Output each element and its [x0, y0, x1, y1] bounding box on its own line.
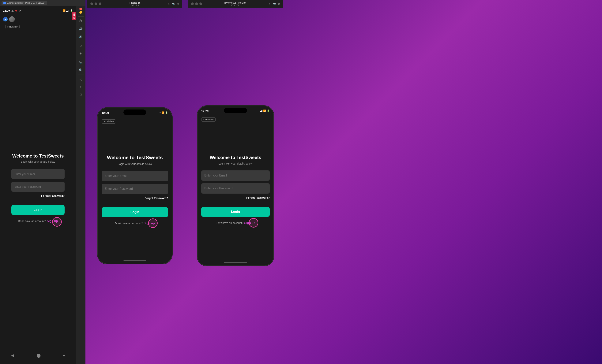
promax-traffic-light-3: [199, 2, 202, 5]
iphone15-status-bar: 12:29 ••• 📶 🔋: [98, 108, 172, 117]
iphone15-header-icons: ⌂ 📷 ⧉: [168, 2, 179, 6]
traffic-light-1: [90, 2, 93, 5]
promax-signal-icon: [260, 110, 262, 112]
toolbar-divider-5: [78, 99, 84, 99]
android-tab-title: Android Emulator - Pixel_5_API_31:5554: [7, 2, 45, 4]
iphone15promax-time: 12:29: [201, 109, 208, 113]
promax-copy-header-icon[interactable]: ⧉: [278, 2, 280, 6]
camera-header-icon[interactable]: 📷: [172, 2, 175, 6]
android-status-icon-row: ●: [0, 15, 76, 23]
iphone15-app-subtitle: Login with your details below: [118, 162, 152, 166]
copy-header-icon[interactable]: ⧉: [177, 2, 179, 6]
home-header-icon[interactable]: ⌂: [168, 2, 170, 6]
android-email-input[interactable]: [11, 169, 64, 179]
android-login-button[interactable]: Login: [11, 205, 64, 215]
promax-battery-icon: 🔋: [267, 110, 270, 112]
android-initial-view-badge: initialView: [5, 25, 20, 29]
android-circle-icon: ●: [3, 17, 8, 21]
android-settings-icon: ⚙: [19, 9, 21, 12]
iphone15promax-app-content: Welcome to TestSweets Login with your de…: [201, 127, 270, 256]
android-password-input[interactable]: [11, 182, 64, 192]
volume-down-icon[interactable]: 🔉: [78, 33, 84, 39]
iphone15-model: iPhone 15: [129, 1, 140, 4]
iphone15promax-model: iPhone 15 Pro Max: [224, 1, 246, 4]
android-side-toolbar: ⏻ 🔊 🔉 ◇ ◈ 📷 🔍 ◁ ○ □ ···: [76, 6, 86, 364]
volume-up-icon[interactable]: 🔊: [78, 26, 84, 32]
promax-wifi-icon: 📶: [263, 110, 266, 112]
iphone15-screen: initialView Welcome to TestSweets Login …: [98, 117, 172, 258]
toolbar-divider-2: [78, 41, 84, 41]
traffic-light-2: [95, 2, 97, 5]
android-title-tab[interactable]: Android Emulator - Pixel_5_API_31:5554: [1, 1, 47, 5]
fold-icon[interactable]: ◈: [78, 50, 84, 56]
android-alert-icon: ⚠: [11, 9, 14, 12]
android-nav-bar: ◀ ⬤ ■: [0, 349, 76, 364]
iphone15promax-status-right: 📶 🔋: [260, 110, 270, 112]
iphone15-password-input[interactable]: [102, 184, 168, 194]
close-button[interactable]: [79, 8, 82, 10]
android-back-icon[interactable]: ◀: [11, 353, 14, 358]
iphone15-forgot-password[interactable]: Forgot Password?: [145, 197, 168, 200]
toolbar-divider-3: [78, 58, 84, 58]
iphone15-body: DEBUG 12:29 ••• 📶 🔋 initialView Welcome …: [87, 8, 182, 364]
android-signup-link[interactable]: Sign up: [47, 219, 58, 223]
iphone15promax-status-bar: 12:29 📶 🔋: [197, 106, 273, 115]
iphone15promax-frame: DEBUG 12:29 📶 🔋 initialV: [197, 106, 273, 266]
zoom-in-icon[interactable]: 🔍: [78, 67, 84, 73]
android-status-bar: 12:29 ⚠ ⚙ 📶 🔋: [0, 6, 76, 15]
android-time: 12:29: [3, 9, 10, 12]
iphone15-email-input[interactable]: [102, 171, 168, 181]
rotate-icon[interactable]: ◇: [78, 42, 84, 49]
iphone15-time: 12:29: [102, 111, 109, 114]
android-device-screen: DEBUG 12:29 ⚠ ⚙ 📶 🔋: [0, 6, 76, 364]
promax-traffic-light-2: [195, 2, 198, 5]
iphone15promax-body: DEBUG 12:29 📶 🔋 initialV: [188, 8, 283, 364]
iphone15promax-signup-link[interactable]: Sign up: [244, 221, 255, 225]
android-home-icon[interactable]: ⬤: [36, 353, 41, 358]
android-battery-icon: 🔋: [70, 9, 73, 12]
iphone15promax-email-input[interactable]: [201, 170, 270, 181]
promax-camera-header-icon[interactable]: 📷: [272, 2, 276, 6]
android-forgot-password[interactable]: Forgot Password?: [41, 194, 64, 197]
power-icon[interactable]: ⏻: [78, 18, 84, 24]
android-debug-badge: DEBUG: [72, 12, 76, 20]
iphone15promax-initial-view-badge: initialView: [201, 117, 215, 122]
android-record-icon: [15, 10, 17, 11]
iphone15promax-header: iPhone 15 Pro Max iOS 17.0 ⌂ 📷 ⧉: [188, 0, 283, 8]
android-app-title: Welcome to TestSweets: [12, 153, 64, 159]
promax-home-header-icon[interactable]: ⌂: [269, 2, 270, 6]
more-icon[interactable]: ···: [78, 101, 84, 107]
square-icon[interactable]: □: [78, 92, 84, 98]
screenshot-icon[interactable]: 📷: [78, 59, 84, 65]
iphone15-signup-text: Don't have an account?: [115, 222, 143, 225]
iphone15-signup-link[interactable]: Sign up: [144, 222, 155, 225]
iphone15promax-signup-text: Don't have an account?: [215, 221, 243, 225]
iphone15promax-header-title: iPhone 15 Pro Max iOS 17.0: [204, 1, 267, 6]
iphone15-login-button[interactable]: Login: [102, 207, 168, 217]
iphone15promax-password-input[interactable]: [201, 183, 270, 194]
android-signal-icon: [66, 10, 69, 12]
iphone15promax-screen: initialView Welcome to TestSweets Login …: [197, 115, 273, 260]
android-main: DEBUG 12:29 ⚠ ⚙ 📶 🔋: [0, 6, 86, 364]
iphone15promax-app-title: Welcome to TestSweets: [210, 155, 261, 160]
iphone15-battery-icon: 🔋: [165, 111, 168, 114]
iphone15promax-container: iPhone 15 Pro Max iOS 17.0 ⌂ 📷 ⧉ DEBUG 1…: [188, 0, 283, 364]
iphone15promax-home-line: [224, 262, 247, 263]
iphone15promax-home-indicator: [197, 260, 273, 266]
back-icon[interactable]: ◁: [78, 76, 84, 82]
iphone15-dynamic-island: [123, 110, 146, 115]
iphone15-header: iPhone 15 iOS 17.0 ⌂ 📷 ⧉: [87, 0, 182, 8]
circle-icon[interactable]: ○: [78, 84, 84, 90]
iphone15promax-header-icons: ⌂ 📷 ⧉: [269, 2, 280, 6]
iphone15promax-forgot-password[interactable]: Forgot Password?: [246, 196, 270, 199]
iphone15-initial-view-badge: initialView: [102, 119, 116, 124]
minimize-button[interactable]: [79, 11, 82, 14]
android-title-bar: Android Emulator - Pixel_5_API_31:5554: [0, 0, 86, 6]
toolbar-divider-1: [78, 16, 84, 17]
android-profile-icon: [9, 16, 15, 22]
iphone15-wifi-icon: 📶: [161, 111, 164, 114]
iphone15-dots-icon: •••: [159, 112, 161, 114]
iphone15promax-login-button[interactable]: Login: [201, 207, 270, 217]
iphone15-status-right: ••• 📶 🔋: [159, 111, 168, 114]
android-recents-icon[interactable]: ■: [63, 354, 65, 358]
